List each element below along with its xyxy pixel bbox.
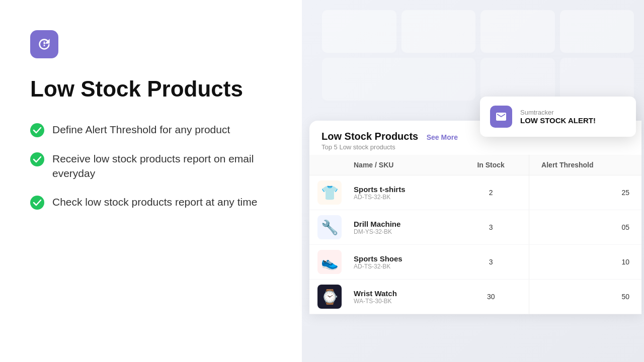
notification-message: LOW STOCK ALERT! xyxy=(520,116,626,125)
tile-1 xyxy=(322,10,396,53)
product-name: Sports t-shirts xyxy=(354,185,441,194)
svg-point-2 xyxy=(30,123,44,137)
product-img-cell: 🔧 xyxy=(309,210,342,245)
alert-threshold-cell: 05 xyxy=(529,210,641,245)
product-img-cell: 👕 xyxy=(309,175,342,210)
tile-6 xyxy=(480,58,555,101)
product-name-cell: Drill Machine DM-YS-32-BK xyxy=(342,210,453,245)
product-sku: AD-TS-32-BK xyxy=(354,194,441,201)
stock-table: Name / SKU In Stock Alert Threshold 👕 Sp… xyxy=(309,155,641,314)
table-subtitle: Top 5 Low stock products xyxy=(321,143,458,151)
notification-app-name: Sumtracker xyxy=(520,109,626,116)
svg-point-4 xyxy=(30,196,44,210)
feature-text-3: Check low stock products report at any t… xyxy=(52,195,257,209)
see-more-link[interactable]: See More xyxy=(427,133,458,141)
product-name: Drill Machine xyxy=(354,220,441,228)
alert-threshold-cell: 25 xyxy=(529,175,641,210)
product-name: Sports Shoes xyxy=(354,254,441,263)
feature-item-1: Define Alert Threshold for any product xyxy=(30,122,272,137)
product-image: 🔧 xyxy=(317,215,342,239)
in-stock-cell: 30 xyxy=(453,280,529,314)
dashboard-tiles-decoration xyxy=(322,10,634,101)
product-image: ⌚ xyxy=(317,285,342,309)
product-image: 👕 xyxy=(317,180,342,205)
in-stock-cell: 2 xyxy=(453,175,529,210)
tile-3 xyxy=(480,10,555,53)
col-img-header xyxy=(309,155,342,175)
table-row: ⌚ Wrist Watch WA-TS-30-BK 30 50 xyxy=(309,280,641,314)
table-row: 👕 Sports t-shirts AD-TS-32-BK 2 25 xyxy=(309,175,641,210)
feature-text-2: Receive low stock products report on ema… xyxy=(52,151,272,181)
tile-2 xyxy=(401,10,476,53)
check-icon-2 xyxy=(30,152,44,166)
tile-7 xyxy=(560,58,634,101)
table-header-row: Name / SKU In Stock Alert Threshold xyxy=(309,155,641,175)
product-name-cell: Wrist Watch WA-TS-30-BK xyxy=(342,280,453,314)
product-sku: WA-TS-30-BK xyxy=(354,298,441,305)
in-stock-cell: 3 xyxy=(453,210,529,245)
alert-threshold-cell: 10 xyxy=(529,245,641,280)
feature-item-2: Receive low stock products report on ema… xyxy=(30,151,272,181)
feature-text-1: Define Alert Threshold for any product xyxy=(52,122,230,137)
feature-item-3: Check low stock products report at any t… xyxy=(30,195,272,210)
col-product-header: Name / SKU xyxy=(342,155,453,175)
tile-5 xyxy=(322,58,475,101)
product-sku: AD-TS-32-BK xyxy=(354,263,441,270)
left-panel: Low Stock Products Define Alert Threshol… xyxy=(0,0,302,362)
notification-icon xyxy=(490,106,512,128)
table-title: Low Stock Products xyxy=(321,131,418,142)
check-icon-1 xyxy=(30,123,44,137)
col-alert-header: Alert Threshold xyxy=(529,155,641,175)
product-img-cell: ⌚ xyxy=(309,280,342,314)
table-row: 👟 Sports Shoes AD-TS-32-BK 3 10 xyxy=(309,245,641,280)
svg-rect-0 xyxy=(44,45,45,46)
notification-content: Sumtracker LOW STOCK ALERT! xyxy=(520,109,626,125)
page-title: Low Stock Products xyxy=(30,76,272,102)
product-sku: DM-YS-32-BK xyxy=(354,228,441,235)
product-name-cell: Sports t-shirts AD-TS-32-BK xyxy=(342,175,453,210)
alert-threshold-cell: 50 xyxy=(529,280,641,314)
table-body: 👕 Sports t-shirts AD-TS-32-BK 2 25 🔧 Dri… xyxy=(309,175,641,314)
tile-4 xyxy=(560,10,634,53)
product-img-cell: 👟 xyxy=(309,245,342,280)
mail-icon xyxy=(495,111,507,123)
svg-point-3 xyxy=(30,152,44,166)
low-stock-table-panel: Low Stock Products See More Top 5 Low st… xyxy=(309,121,641,314)
col-instock-header: In Stock xyxy=(453,155,529,175)
feature-list: Define Alert Threshold for any product R… xyxy=(30,122,272,210)
table-title-block: Low Stock Products See More Top 5 Low st… xyxy=(321,131,458,151)
product-name: Wrist Watch xyxy=(354,289,441,298)
product-image: 👟 xyxy=(317,250,342,274)
svg-rect-1 xyxy=(44,42,45,44)
table-row: 🔧 Drill Machine DM-YS-32-BK 3 05 xyxy=(309,210,641,245)
in-stock-cell: 3 xyxy=(453,245,529,280)
product-name-cell: Sports Shoes AD-TS-32-BK xyxy=(342,245,453,280)
check-icon-3 xyxy=(30,196,44,210)
app-logo xyxy=(30,30,58,58)
refresh-exclaim-icon xyxy=(36,36,52,52)
notification-popup: Sumtracker LOW STOCK ALERT! xyxy=(480,97,636,137)
